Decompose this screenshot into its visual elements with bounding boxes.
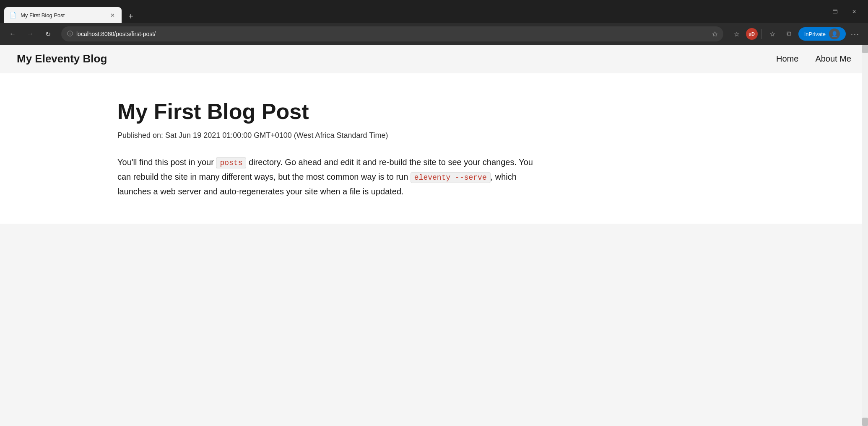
scrollbar[interactable] (862, 45, 868, 426)
collections-icon[interactable]: ⧉ (782, 26, 797, 41)
favorites-icon[interactable]: ☆ (729, 26, 744, 41)
main-content: My First Blog Post Published on: Sat Jun… (0, 73, 868, 224)
browser-titlebar: 📄 My First Blog Post ✕ + — 🗖 ✕ (0, 0, 868, 23)
nav-link-about[interactable]: About Me (815, 54, 851, 64)
site-nav: My Eleventy Blog Home About Me (0, 45, 868, 73)
more-button[interactable]: ··· (847, 28, 863, 40)
url-text: localhost:8080/posts/first-post/ (76, 31, 709, 37)
toolbar-actions: ☆ uD ☆ ⧉ InPrivate 👤 ··· (729, 26, 863, 41)
star-icon[interactable]: ☆ (765, 26, 780, 41)
restore-button[interactable]: 🗖 (825, 4, 845, 20)
ublock-icon[interactable]: uD (746, 28, 758, 40)
active-tab[interactable]: 📄 My First Blog Post ✕ (4, 7, 122, 23)
post-date: Published on: Sat Jun 19 2021 01:00:00 G… (117, 131, 751, 140)
toolbar-divider (761, 29, 761, 39)
address-favorites-icon[interactable]: ✩ (712, 30, 717, 38)
refresh-button[interactable]: ↻ (40, 26, 55, 41)
tab-page-icon: 📄 (9, 12, 16, 18)
scrollbar-thumb-top[interactable] (862, 45, 868, 53)
post-title: My First Blog Post (117, 98, 751, 124)
website-content: My Eleventy Blog Home About Me My First … (0, 45, 868, 426)
posts-code-inline: posts (216, 157, 246, 168)
forward-button[interactable]: → (23, 26, 38, 41)
nav-links: Home About Me (776, 54, 851, 64)
window-controls: — 🗖 ✕ (806, 4, 864, 20)
inprivate-button[interactable]: InPrivate 👤 (798, 27, 846, 41)
address-bar[interactable]: ⓘ localhost:8080/posts/first-post/ ✩ (61, 26, 723, 41)
post-body: You'll find this post in your posts dire… (117, 155, 537, 198)
new-tab-button[interactable]: + (125, 10, 137, 23)
site-logo: My Eleventy Blog (17, 52, 107, 65)
scrollbar-thumb-bottom[interactable] (862, 418, 868, 426)
avatar: 👤 (829, 28, 840, 39)
tab-bar: 📄 My First Blog Post ✕ + (4, 0, 137, 23)
tab-title: My First Blog Post (21, 12, 104, 18)
close-button[interactable]: ✕ (845, 4, 864, 20)
tab-close-button[interactable]: ✕ (109, 11, 117, 19)
address-info-icon: ⓘ (67, 30, 73, 38)
nav-link-home[interactable]: Home (776, 54, 798, 64)
serve-code-inline: eleventy --serve (411, 172, 491, 183)
inprivate-label: InPrivate (804, 31, 826, 37)
minimize-button[interactable]: — (806, 4, 825, 20)
post-text-1: You'll find this post in your (117, 157, 216, 167)
back-button[interactable]: ← (5, 26, 20, 41)
browser-toolbar: ← → ↻ ⓘ localhost:8080/posts/first-post/… (0, 23, 868, 45)
